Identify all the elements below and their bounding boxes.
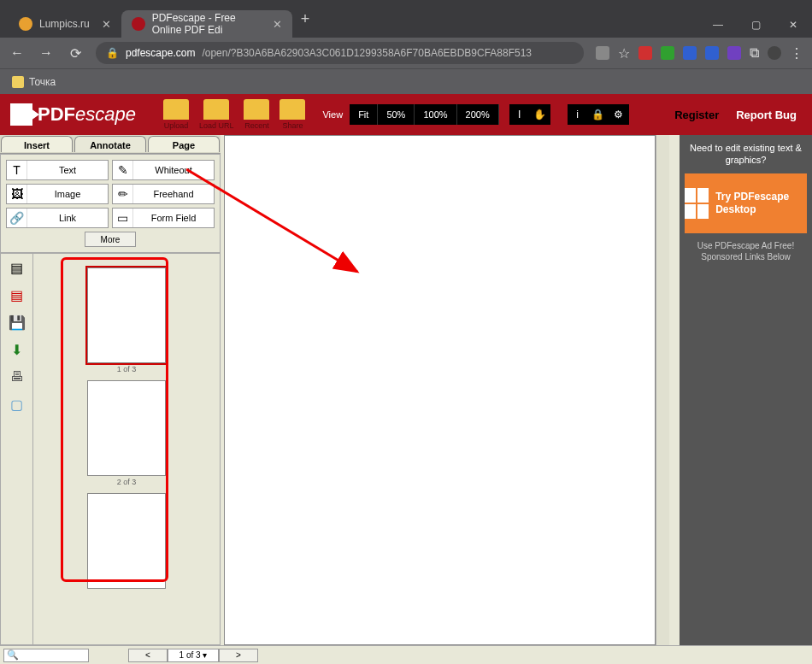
more-button[interactable]: More [85,232,136,247]
whiteout-icon: ✎ [113,161,133,179]
ext-icon[interactable] [727,46,741,60]
app-logo[interactable]: PDFescape [0,103,146,126]
tab-page[interactable]: Page [148,136,220,152]
share-button[interactable]: Share [279,99,305,130]
register-link[interactable]: Register [674,109,719,121]
zoom-50-button[interactable]: 50% [378,104,415,125]
pages-panel-icon[interactable]: ▤ [9,259,26,276]
window-close-button[interactable]: ✕ [774,12,812,38]
url-field[interactable]: 🔒 pdfescape.com /open/?B30A6BA62903A3C06… [96,42,584,64]
pdf-panel-icon[interactable]: ▤ [9,286,26,303]
lock-icon: 🔒 [106,47,119,59]
bookmark-folder-icon [12,76,24,88]
left-panel: Insert Annotate Page TText ✎Whiteout 🖼Im… [0,135,221,645]
folder-url-icon [203,99,229,120]
page-thumbnail[interactable] [87,493,166,589]
folder-recent-icon [244,99,269,120]
download-icon[interactable]: ⬇ [9,341,26,358]
url-domain: pdfescape.com [126,47,195,59]
link-tool-button[interactable]: 🔗Link [6,208,109,228]
image-tool-button[interactable]: 🖼Image [6,184,109,204]
ext-icon[interactable] [638,46,652,60]
whiteout-tool-button[interactable]: ✎Whiteout [112,160,215,180]
report-bug-link[interactable]: Report Bug [736,109,797,121]
reading-list-icon[interactable]: ⧉ [750,45,759,61]
print-icon[interactable]: 🖶 [9,368,26,385]
zoom-fit-button[interactable]: Fit [350,104,378,125]
search-icon: 🔍 [7,649,19,661]
page-select[interactable]: 1 of 3 ▾ [168,649,219,662]
text-icon: T [7,161,27,179]
lock-tool-icon[interactable]: 🔒 [588,104,609,125]
extension-icons: ☆ ⧉ ⋮ [596,45,803,62]
upload-button[interactable]: Upload [163,99,189,130]
page-thumbnail[interactable] [87,267,166,363]
nav-back-button[interactable]: ← [9,45,26,61]
windows-icon [685,188,709,219]
freehand-icon: ✏ [113,185,133,203]
bottom-bar: 🔍 < 1 of 3 ▾ > [0,645,812,664]
pager: < 1 of 3 ▾ > [128,649,258,662]
favicon-icon [19,17,32,31]
view-toolbar: View Fit 50% 100% 200% I ✋ i 🔒 ⚙ [322,94,628,135]
browser-address-bar: ← → ⟳ 🔒 pdfescape.com /open/?B30A6BA6290… [0,38,812,68]
ext-icon[interactable] [661,46,674,60]
page-thumbnail[interactable] [87,380,166,476]
menu-icon[interactable]: ⋮ [790,45,803,62]
favicon-icon [132,17,145,31]
page-next-button[interactable]: > [219,649,258,662]
pdf-page[interactable] [224,135,656,645]
image-icon: 🖼 [7,185,27,203]
info-icon[interactable]: i [568,104,588,125]
tab-close-icon[interactable]: ✕ [273,18,282,31]
profile-avatar-icon[interactable] [768,46,781,60]
sidebar-message: Need to edit existing text & graphics? [685,142,807,167]
tab-close-icon[interactable]: ✕ [102,18,111,31]
ext-icon[interactable] [683,46,697,60]
link-icon: 🔗 [7,209,27,227]
text-tool-button[interactable]: TText [6,160,109,180]
bookmark-link[interactable]: Точка [29,76,56,88]
try-text: Try PDFescape Desktop [715,191,807,215]
hand-tool-icon[interactable]: ✋ [530,104,550,125]
window-minimize-button[interactable]: — [699,12,737,38]
other-panel-icon[interactable]: ▢ [9,396,26,413]
bookmark-star-icon[interactable]: ☆ [618,45,630,62]
loadurl-button[interactable]: Load URL [199,99,234,130]
tool-buttons: TText ✎Whiteout 🖼Image ✏Freehand 🔗Link ▭… [0,154,221,253]
right-sidebar: Need to edit existing text & graphics? T… [680,135,812,645]
new-tab-button[interactable]: + [292,10,319,28]
save-icon[interactable]: 💾 [9,314,26,331]
zoom-100-button[interactable]: 100% [415,104,456,125]
page-canvas[interactable] [221,135,680,645]
recent-button[interactable]: Recent [244,99,269,130]
formfield-icon: ▭ [113,209,133,227]
folder-upload-icon [163,99,189,120]
url-path: /open/?B30A6BA62903A3C061D1299358A6F70BA… [202,47,532,59]
settings-gear-icon[interactable]: ⚙ [609,104,629,125]
mode-tabs: Insert Annotate Page [0,135,221,154]
vertical-scrollbar[interactable] [656,135,669,645]
ad-text: Use PDFescape Ad Free! Sponsored Links B… [685,240,807,262]
zoom-200-button[interactable]: 200% [457,104,499,125]
nav-forward-button[interactable]: → [38,45,55,61]
try-desktop-button[interactable]: Try PDFescape Desktop [685,173,807,233]
tab-annotate[interactable]: Annotate [74,136,146,152]
ext-icon[interactable] [705,46,719,60]
text-cursor-icon[interactable]: I [509,104,530,125]
tab-insert[interactable]: Insert [1,136,73,152]
browser-tab-pdfescape[interactable]: PDFescape - Free Online PDF Edi ✕ [121,10,292,38]
search-input[interactable]: 🔍 [3,649,89,662]
header-tools: Upload Load URL Recent Share [163,99,306,130]
freehand-tool-button[interactable]: ✏Freehand [112,184,215,204]
thumb-caption: 2 of 3 [45,478,208,486]
browser-tab-lumpics[interactable]: Lumpics.ru ✕ [9,10,121,38]
thumbnails-list[interactable]: 1 of 3 2 of 3 [33,254,220,644]
nav-reload-button[interactable]: ⟳ [67,45,84,62]
formfield-tool-button[interactable]: ▭Form Field [112,208,215,228]
left-rail: ▤ ▤ 💾 ⬇ 🖶 ▢ [1,254,33,644]
view-label: View [322,109,343,120]
window-maximize-button[interactable]: ▢ [737,12,774,38]
page-prev-button[interactable]: < [128,649,168,662]
translate-icon[interactable] [596,46,609,60]
